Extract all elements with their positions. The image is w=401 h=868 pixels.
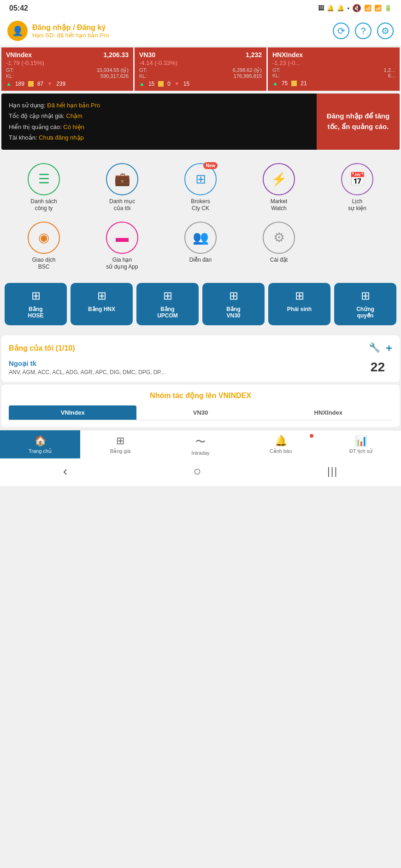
hnx-name: HNXIndex: [272, 51, 303, 59]
table-btn-chung-quyen[interactable]: ⊞Chứng quyền: [334, 283, 396, 325]
rotate-icon-button[interactable]: ⟳: [333, 23, 349, 39]
upcom-table-label: Bảng UPCOM: [157, 306, 178, 319]
hnx-flat: 21: [301, 80, 307, 87]
menu-item-market-watch[interactable]: ⚡Market Watch: [240, 158, 318, 217]
extend-app-icon-wrap: ▬: [106, 222, 138, 254]
hnx-up-arrow-icon: ▲: [272, 80, 278, 87]
header-text: Đăng nhập / Đăng ký Hạn SD: đã hết hạn b…: [32, 23, 109, 39]
status-icons: 🖼 🔔 🔔 • 🔇 📶 📶 🔋: [318, 4, 392, 12]
help-icon-button[interactable]: ?: [355, 23, 372, 39]
table-btn-hnx[interactable]: ⊞Bảng HNX: [71, 283, 133, 325]
vn30-up: 15: [148, 81, 154, 87]
login-link[interactable]: Đăng nhập / Đăng ký: [32, 23, 109, 32]
chung-quyen-table-icon: ⊞: [361, 289, 370, 302]
vn30-value: 1,232: [246, 51, 262, 59]
vnindex-gt-label: GT:: [6, 67, 14, 73]
intraday-nav-label: Intraday: [191, 450, 210, 456]
hnx-gt-row: GT: 1,2...: [272, 67, 395, 73]
vnindex-gt-row: GT: 15,034.55 (tỷ): [6, 67, 129, 73]
nav-item-canh-bao[interactable]: 🔔Cảnh báo: [241, 430, 321, 458]
home-nav-label: Trang chủ: [29, 448, 52, 454]
vn30-table-icon: ⊞: [229, 289, 238, 302]
vnindex-tab-hnxindex[interactable]: HNXIndex: [265, 405, 392, 420]
watchlist-section: Bảng của tôi (1/10) 🔧 + Ngoại tk ANV, AG…: [1, 335, 400, 382]
avatar[interactable]: 👤: [7, 21, 28, 41]
vn30-gt-label: GT:: [139, 67, 147, 73]
nav-item-bảng-gia[interactable]: ⊞Bảng giá: [80, 430, 160, 458]
notif-line3-value: Có hiện: [63, 123, 84, 130]
vnindex-card[interactable]: VNIndex 1,206.33 -1.79 (-0.15%) GT: 15,0…: [1, 47, 133, 91]
watchlist-item-name[interactable]: Ngoại tk: [9, 359, 392, 368]
company-list-icon-wrap: ☰: [28, 163, 60, 195]
my-portfolio-label: Danh mục của tôi: [109, 198, 135, 212]
vn30-table-label: Bảng VN30: [226, 306, 240, 319]
calendar-label: Lịch sự kiện: [348, 198, 366, 212]
hnx-kl-row: KL: 6...: [272, 73, 395, 78]
hnx-kl-value: 6...: [388, 73, 395, 78]
hnx-flat-icon: [291, 81, 297, 86]
menu-item-forum[interactable]: 👥Diễn đàn: [161, 217, 240, 276]
menu-item-extend-app[interactable]: ▬Gia hạn sử dụng App: [83, 217, 161, 276]
hnx-up: 75: [282, 80, 288, 87]
hnx-arrows: ▲ 75 21: [272, 80, 395, 87]
wrench-icon[interactable]: 🔧: [369, 342, 380, 355]
bell-icon-2: 🔔: [337, 5, 344, 12]
brokers-icon-wrap: ⊞New: [184, 163, 217, 195]
status-time: 05:42: [9, 4, 28, 12]
gear-icon-button[interactable]: ⚙: [377, 23, 394, 39]
menu-item-settings[interactable]: ⚙Cài đặt: [240, 217, 318, 276]
vnindex-down: 239: [56, 81, 65, 87]
status-bar: 05:42 🖼 🔔 🔔 • 🔇 📶 📶 🔋: [0, 0, 401, 16]
image-icon: 🖼: [318, 5, 324, 12]
notif-left: Hạn sử dụng: Đã hết hạn bản Pro Tốc độ c…: [1, 94, 317, 150]
menu-section: ☰Danh sách công ty💼Danh mục của tôi⊞NewB…: [0, 151, 401, 279]
hnx-table-icon: ⊞: [97, 289, 106, 302]
menu-item-bsc-trade[interactable]: ◉Giao dịch BSC: [5, 217, 83, 276]
notif-line1-label: Hạn sử dụng:: [9, 102, 47, 109]
table-btn-vn30[interactable]: ⊞Bảng VN30: [202, 283, 265, 325]
menu-item-company-list[interactable]: ☰Danh sách công ty: [5, 158, 83, 217]
avatar-icon: 👤: [12, 25, 24, 36]
add-watchlist-button[interactable]: +: [386, 342, 392, 355]
lich-su-nav-label: ĐT lịch sử: [349, 448, 372, 454]
settings-icon-wrap: ⚙: [263, 222, 295, 254]
hose-table-icon: ⊞: [31, 289, 41, 302]
menu-item-brokers[interactable]: ⊞NewBrokers Cty CK: [161, 158, 240, 217]
back-button[interactable]: ‹: [63, 464, 67, 479]
vnindex-name: VNIndex: [6, 51, 32, 59]
nav-item-home[interactable]: 🏠Trang chủ: [0, 430, 80, 458]
canh-bao-nav-badge: [310, 434, 313, 438]
canh-bao-nav-icon: 🔔: [275, 435, 287, 447]
vn30-down-arrow-icon: ▼: [174, 81, 180, 87]
up-arrow-icon: ▲: [6, 81, 12, 87]
table-btn-upcom[interactable]: ⊞Bảng UPCOM: [136, 283, 199, 325]
notif-cta[interactable]: Đăng nhập để tăng tốc, ẩn quảng cáo.: [317, 94, 400, 150]
watchlist-header: Bảng của tôi (1/10) 🔧 +: [9, 342, 392, 355]
phai-sinh-table-icon: ⊞: [295, 289, 304, 302]
vn30-card[interactable]: VN30 1,232 -4.14 (-0.33%) GT: 6,298.62 (…: [135, 47, 266, 91]
vn30-arrows: ▲ 15 0 ▼ 15: [139, 81, 262, 87]
notif-line4: Tài khoản: Chưa đăng nhập: [9, 132, 309, 143]
vnindex-tab-vn30[interactable]: VN30: [136, 405, 264, 420]
vnindex-tab-vnindex[interactable]: VNIndex: [9, 405, 136, 420]
table-btn-phai-sinh[interactable]: ⊞Phái sinh: [268, 283, 330, 325]
bottom-nav: 🏠Trang chủ⊞Bảng giá〜Intraday🔔Cảnh báo📊ĐT…: [0, 430, 401, 458]
nav-item-intraday[interactable]: 〜Intraday: [160, 430, 241, 458]
menu-item-calendar[interactable]: 📅Lịch sự kiện: [318, 158, 396, 217]
notif-line4-value: Chưa đăng nhập: [39, 134, 84, 141]
nav-item-lich-su[interactable]: 📊ĐT lịch sử: [321, 430, 401, 458]
notification-banner: Hạn sử dụng: Đã hết hạn bản Pro Tốc độ c…: [1, 94, 400, 150]
menu-item-my-portfolio[interactable]: 💼Danh mục của tôi: [83, 158, 161, 217]
menu-button[interactable]: |||: [327, 465, 338, 477]
index-cards: VNIndex 1,206.33 -1.79 (-0.15%) GT: 15,0…: [0, 46, 401, 92]
table-btn-hose[interactable]: ⊞Bảng HOSE: [5, 283, 67, 325]
notif-line3-label: Hiển thị quảng cáo:: [9, 123, 63, 130]
system-nav: ‹ ○ |||: [0, 458, 401, 486]
notif-line1: Hạn sử dụng: Đã hết hạn bản Pro: [9, 100, 309, 111]
hnx-gt-value: 1,2...: [384, 67, 395, 73]
my-portfolio-icon-wrap: 💼: [106, 163, 138, 195]
home-button[interactable]: ○: [194, 464, 201, 479]
hnx-card[interactable]: HNXIndex -1.23 (-0... GT: 1,2... KL: 6..…: [268, 47, 400, 91]
vn30-flat-icon: [158, 81, 164, 87]
vn30-name: VN30: [139, 51, 155, 59]
